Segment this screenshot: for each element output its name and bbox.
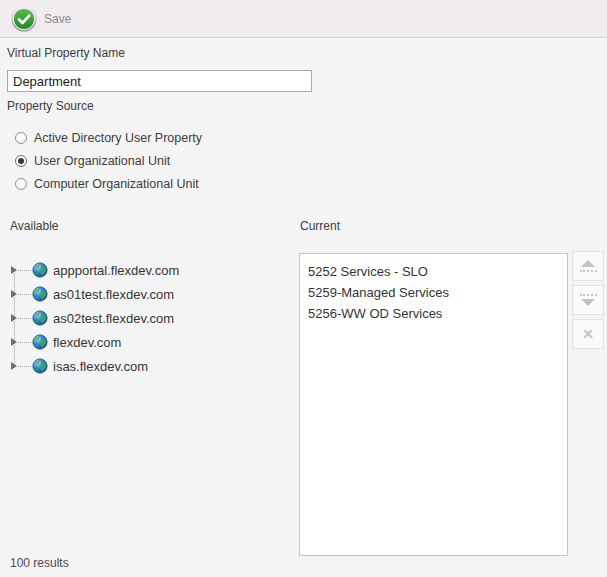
tree-node[interactable]: as01test.flexdev.com <box>0 282 290 306</box>
property-source-radio-group: Active Directory User Property User Orga… <box>15 126 202 195</box>
tree-node-label: as02test.flexdev.com <box>53 311 174 326</box>
radio-button-icon <box>15 132 27 144</box>
available-label: Available <box>10 219 58 233</box>
tree-node-label: flexdev.com <box>53 335 121 350</box>
tree-branch-line <box>18 270 31 271</box>
move-down-button[interactable] <box>572 285 604 315</box>
current-list-item[interactable]: 5252 Services - SLO <box>300 261 567 282</box>
virtual-property-page: Save Virtual Property Name Property Sour… <box>0 0 607 577</box>
arrow-down-icon <box>581 299 595 306</box>
tree-branch-line <box>18 342 31 343</box>
toolbar: Save <box>0 0 607 38</box>
tree-branch-line <box>18 366 31 367</box>
tree-node[interactable]: as02test.flexdev.com <box>0 306 290 330</box>
current-list-item[interactable]: 5259-Managed Services <box>300 282 567 303</box>
current-listbox[interactable]: 5252 Services - SLO 5259-Managed Service… <box>299 253 568 556</box>
x-icon: ✕ <box>582 327 594 341</box>
remove-button[interactable]: ✕ <box>572 319 604 349</box>
available-tree: appportal.flexdev.com <box>0 258 290 378</box>
save-button[interactable]: Save <box>9 4 77 34</box>
tree-node[interactable]: appportal.flexdev.com <box>0 258 290 282</box>
radio-option-label: User Organizational Unit <box>34 154 170 168</box>
radio-button-icon <box>15 178 27 190</box>
virtual-property-name-label: Virtual Property Name <box>7 46 125 60</box>
expand-arrow-icon[interactable] <box>11 266 17 274</box>
arrow-down-dotted-line <box>580 294 597 296</box>
expand-arrow-icon[interactable] <box>11 290 17 298</box>
globe-icon <box>32 310 48 326</box>
radio-option-label: Active Directory User Property <box>34 131 202 145</box>
arrow-up-dotted-line <box>580 270 597 272</box>
expand-arrow-icon[interactable] <box>11 338 17 346</box>
save-button-label: Save <box>44 12 71 26</box>
expand-arrow-icon[interactable] <box>11 314 17 322</box>
tree-node-label: appportal.flexdev.com <box>53 263 179 278</box>
tree-node[interactable]: isas.flexdev.com <box>0 354 290 378</box>
globe-icon <box>32 334 48 350</box>
globe-icon <box>32 286 48 302</box>
globe-icon <box>32 358 48 374</box>
tree-node[interactable]: flexdev.com <box>0 330 290 354</box>
radio-option[interactable]: Computer Organizational Unit <box>15 172 202 195</box>
radio-option-label: Computer Organizational Unit <box>34 177 199 191</box>
property-source-label: Property Source <box>7 99 94 113</box>
arrow-up-icon <box>581 260 595 267</box>
tree-branch-line <box>18 318 31 319</box>
radio-button-icon <box>15 155 27 167</box>
current-list-item[interactable]: 5256-WW OD Services <box>300 303 567 324</box>
globe-icon <box>32 262 48 278</box>
current-label: Current <box>300 219 340 233</box>
move-up-button[interactable] <box>572 251 604 281</box>
tree-node-label: isas.flexdev.com <box>53 359 148 374</box>
virtual-property-name-input[interactable] <box>7 70 312 92</box>
expand-arrow-icon[interactable] <box>11 362 17 370</box>
results-count: 100 results <box>10 556 69 570</box>
radio-option[interactable]: Active Directory User Property <box>15 126 202 149</box>
tree-branch-line <box>18 294 31 295</box>
check-circle-icon <box>11 6 37 32</box>
tree-node-label: as01test.flexdev.com <box>53 287 174 302</box>
tree-items: appportal.flexdev.com <box>0 258 290 378</box>
radio-option[interactable]: User Organizational Unit <box>15 149 202 172</box>
